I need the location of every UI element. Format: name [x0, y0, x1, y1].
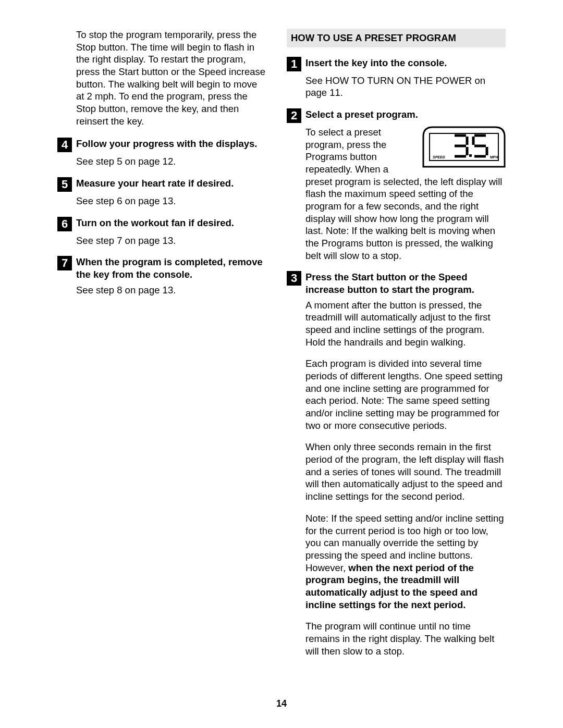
section-heading: HOW TO USE A PRESET PROGRAM: [287, 29, 506, 47]
preset-step-3-title: Press the Start button or the Speed incr…: [305, 271, 506, 295]
preset-step-3-p4: Note: If the speed setting and/or inclin…: [305, 512, 506, 611]
preset-step-3-p3: When only three seconds remain in the fi…: [305, 441, 506, 502]
svg-rect-6: [469, 154, 472, 157]
step-6-title: Turn on the workout fan if desired.: [76, 217, 234, 229]
preset-step-2-body: SPEED MPH To select a preset program, pr…: [305, 126, 506, 262]
step-number-badge: 2: [287, 108, 301, 123]
step-4-body: See step 5 on page 12.: [76, 155, 266, 168]
preset-step-2-header: 2 Select a preset program.: [287, 108, 506, 123]
step-4-title: Follow your progress with the displays.: [76, 138, 257, 150]
page-number: 14: [0, 698, 563, 710]
step-number-badge: 3: [287, 271, 301, 286]
preset-step-1-header: 1 Insert the key into the console.: [287, 57, 506, 71]
preset-step-3-p1: A moment after the button is pressed, th…: [305, 299, 506, 349]
step-number-badge: 7: [57, 256, 72, 270]
preset-step-3-p2: Each program is divided into several tim…: [305, 357, 506, 431]
step-5-header: 5 Measure your heart rate if desired.: [57, 177, 266, 192]
step-7-body: See step 8 on page 13.: [76, 284, 266, 297]
step-7-title: When the program is completed, remove th…: [76, 256, 266, 280]
preset-step-3-header: 3 Press the Start button or the Speed in…: [287, 271, 506, 295]
preset-step-1-title: Insert the key into the console.: [305, 57, 447, 69]
two-column-layout: To stop the program temporarily, press t…: [57, 29, 506, 667]
step-number-badge: 1: [287, 57, 301, 71]
right-column: HOW TO USE A PRESET PROGRAM 1 Insert the…: [287, 29, 506, 667]
step-6-body: See step 7 on page 13.: [76, 235, 266, 247]
step-5-title: Measure your heart rate if desired.: [76, 177, 234, 190]
step-4-header: 4 Follow your progress with the displays…: [57, 138, 266, 152]
display-icon: SPEED MPH: [422, 126, 506, 168]
step-5-body: See step 6 on page 13.: [76, 195, 266, 207]
preset-step-2-title: Select a preset program.: [305, 108, 418, 121]
step-number-badge: 4: [57, 138, 72, 152]
preset-step-3-p5: The program will continue until no time …: [305, 620, 506, 657]
lcd-display-illustration: SPEED MPH: [422, 126, 506, 171]
step-7-header: 7 When the program is completed, remove …: [57, 256, 266, 280]
step-number-badge: 5: [57, 177, 72, 192]
left-column: To stop the program temporarily, press t…: [57, 29, 266, 667]
step-6-header: 6 Turn on the workout fan if desired.: [57, 217, 266, 231]
preset-step-1-body: See HOW TO TURN ON THE POWER on page 11.: [305, 75, 506, 99]
preset-step-2-para-b: the maximum speed setting of the program…: [305, 188, 495, 261]
step-number-badge: 6: [57, 217, 72, 231]
mph-label: MPH: [490, 155, 498, 159]
intro-paragraph: To stop the program temporarily, press t…: [76, 29, 266, 127]
speed-label: SPEED: [433, 155, 445, 159]
